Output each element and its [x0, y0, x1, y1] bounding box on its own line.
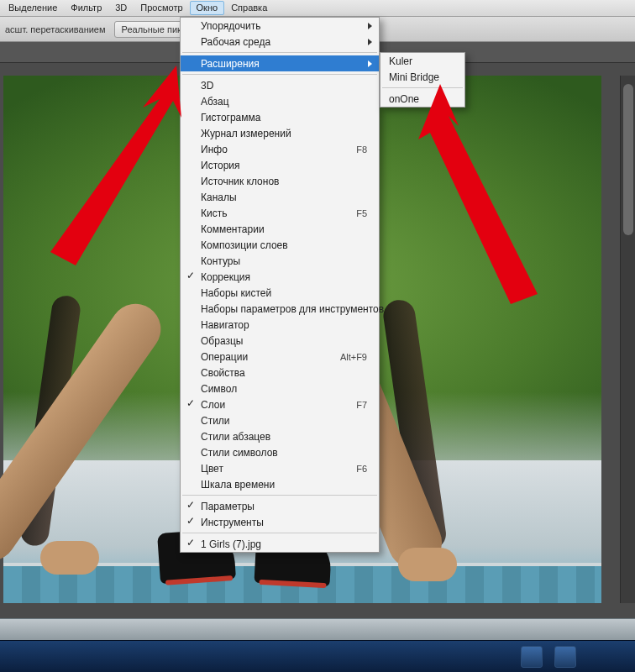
- menu-row[interactable]: Расширения: [181, 55, 379, 71]
- menu-row-label: Контуры: [201, 255, 374, 267]
- status-band: [0, 618, 635, 640]
- menu-row-label: Символ: [201, 383, 374, 395]
- menu-row[interactable]: Гистограмма: [181, 109, 379, 125]
- taskbar: [0, 640, 635, 672]
- menu-row[interactable]: Символ: [181, 381, 379, 396]
- menu-row-label: Каналы: [201, 192, 374, 203]
- menu-row-label: Параметры: [201, 501, 374, 512]
- taskbar-icon[interactable]: [521, 646, 543, 668]
- submenu-arrow-icon: [368, 39, 372, 45]
- menu-row-label: Шкала времени: [201, 479, 374, 491]
- photo-shape: [398, 548, 457, 581]
- menu-row-label: Журнал измерений: [201, 128, 374, 139]
- submenu-row[interactable]: onOne: [380, 91, 464, 107]
- menu-row-label: Свойства: [201, 367, 374, 379]
- menu-row-shortcut: F8: [356, 144, 374, 155]
- menu-row-label: Кисть: [201, 207, 356, 219]
- menu-row-label: Цвет: [201, 463, 356, 475]
- menu-row-label: Комментарии: [201, 223, 374, 235]
- menu-row-label: Источник клонов: [201, 176, 374, 187]
- menu-row-label: Инфо: [201, 144, 356, 155]
- photo-shape: [40, 541, 99, 575]
- menu-row[interactable]: Абзац: [181, 93, 379, 109]
- vertical-scrollbar[interactable]: [620, 76, 635, 603]
- menu-row[interactable]: КистьF5: [181, 205, 379, 221]
- menu-row[interactable]: Наборы параметров для инструментов: [181, 301, 379, 317]
- menu-row-label: Абзац: [201, 96, 374, 108]
- menu-item-3d[interactable]: 3D: [108, 1, 134, 15]
- menu-row-label: Наборы параметров для инструментов: [201, 303, 384, 315]
- menu-row-label: Стили: [201, 415, 374, 427]
- menu-row-label: 1 Girls (7).jpg: [201, 538, 374, 550]
- menu-row-shortcut: F7: [356, 400, 374, 410]
- menu-row[interactable]: Стили абзацев: [181, 428, 379, 444]
- menu-item-справка[interactable]: Справка: [224, 1, 274, 15]
- menu-row[interactable]: Параметры: [181, 498, 379, 514]
- menu-row-label: Слои: [201, 399, 356, 411]
- menu-item-выделение[interactable]: Выделение: [2, 1, 64, 15]
- menu-item-окно[interactable]: Окно: [190, 1, 225, 15]
- menu-row-label: Стили абзацев: [201, 431, 374, 443]
- menu-row[interactable]: Стили: [181, 412, 379, 428]
- menu-row[interactable]: 1 Girls (7).jpg: [181, 536, 379, 552]
- menu-row-label: Композиции слоев: [201, 239, 374, 251]
- menu-row-label: Стили символов: [201, 447, 374, 459]
- menu-row[interactable]: Журнал измерений: [181, 125, 379, 141]
- menu-row[interactable]: Комментарии: [181, 221, 379, 237]
- menu-row[interactable]: ИнфоF8: [181, 141, 379, 157]
- menu-row[interactable]: Контуры: [181, 253, 379, 269]
- menu-row[interactable]: Образцы: [181, 333, 379, 349]
- menu-row-label: Наборы кистей: [201, 287, 374, 299]
- menu-row-label: 3D: [201, 80, 374, 92]
- submenu-arrow-icon: [368, 60, 372, 67]
- menu-separator: [182, 74, 377, 75]
- menu-row-label: Навигатор: [201, 319, 374, 331]
- menu-row[interactable]: Наборы кистей: [181, 285, 379, 301]
- menu-row-shortcut: F6: [356, 464, 374, 474]
- menu-row-label: Расширения: [201, 58, 374, 70]
- menu-row[interactable]: Свойства: [181, 365, 379, 381]
- menu-separator: [182, 52, 377, 53]
- menu-row-label: Коррекция: [201, 271, 374, 283]
- submenu-arrow-icon: [368, 23, 372, 29]
- taskbar-icon[interactable]: [554, 646, 576, 668]
- menu-row-label: Упорядочить: [201, 20, 374, 32]
- menu-row[interactable]: Упорядочить: [181, 18, 379, 34]
- menu-row[interactable]: История: [181, 157, 379, 173]
- menu-row-label: Инструменты: [201, 517, 374, 528]
- scrollbar-thumb[interactable]: [623, 84, 633, 235]
- menu-item-просмотр[interactable]: Просмотр: [134, 1, 189, 15]
- menu-row[interactable]: Шкала времени: [181, 476, 379, 492]
- menu-item-фильтр[interactable]: Фильтр: [64, 1, 108, 15]
- menu-separator: [182, 533, 377, 533]
- menu-row[interactable]: ОперацииAlt+F9: [181, 349, 379, 365]
- menu-row[interactable]: ЦветF6: [181, 460, 379, 476]
- menu-row[interactable]: Стили символов: [181, 444, 379, 460]
- menu-separator: [382, 87, 463, 88]
- menu-row-shortcut: F5: [356, 208, 374, 218]
- menu-row[interactable]: Коррекция: [181, 269, 379, 285]
- menu-row-label: Образцы: [201, 335, 374, 347]
- menu-row-shortcut: Alt+F9: [340, 352, 374, 362]
- menu-row[interactable]: Композиции слоев: [181, 237, 379, 253]
- menu-row-label: Операции: [201, 351, 340, 363]
- menu-row[interactable]: Инструменты: [181, 514, 379, 530]
- menu-row[interactable]: Каналы: [181, 189, 379, 205]
- drag-zoom-label: асшт. перетаскиванием: [2, 24, 109, 34]
- submenu-row[interactable]: Kuler: [380, 53, 464, 69]
- menu-row[interactable]: Навигатор: [181, 317, 379, 333]
- window-menu-dropdown: УпорядочитьРабочая средаРасширения3DАбза…: [180, 17, 380, 553]
- menu-row[interactable]: 3D: [181, 77, 379, 93]
- menu-row-label: Гистограмма: [201, 112, 374, 123]
- menu-row-label: Рабочая среда: [201, 36, 374, 48]
- menubar: ВыделениеФильтр3DПросмотрОкноСправка: [0, 0, 635, 17]
- menu-row[interactable]: Рабочая среда: [181, 34, 379, 50]
- menu-row[interactable]: Источник клонов: [181, 173, 379, 189]
- app-frame: ВыделениеФильтр3DПросмотрОкноСправка асш…: [0, 0, 635, 672]
- menu-separator: [182, 495, 377, 496]
- menu-row[interactable]: СлоиF7: [181, 396, 379, 412]
- extensions-submenu: KulerMini BridgeonOne: [380, 52, 465, 108]
- menu-row-label: История: [201, 160, 374, 171]
- submenu-row[interactable]: Mini Bridge: [380, 69, 464, 85]
